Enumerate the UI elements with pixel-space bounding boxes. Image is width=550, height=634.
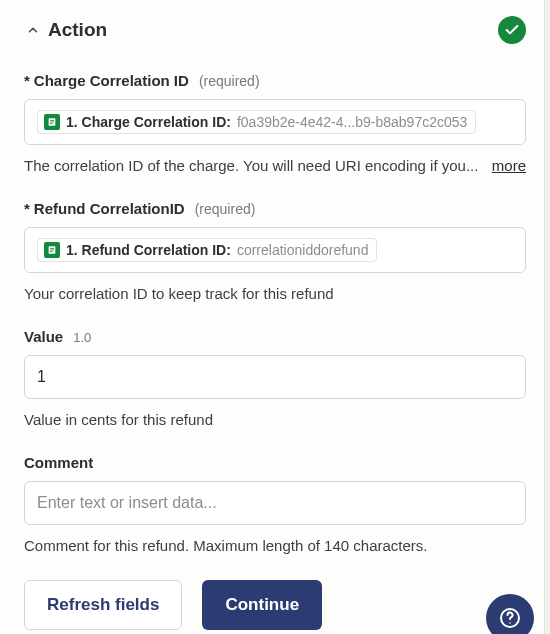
svg-rect-7 — [50, 251, 53, 252]
more-link[interactable]: more — [492, 157, 526, 174]
field-help: Value in cents for this refund — [24, 409, 526, 430]
scrollbar[interactable] — [544, 0, 550, 634]
sheet-icon — [44, 114, 60, 130]
field-label: Comment — [24, 454, 93, 471]
continue-button[interactable]: Continue — [202, 580, 322, 630]
required-indicator: (required) — [195, 201, 256, 217]
field-help: The correlation ID of the charge. You wi… — [24, 155, 480, 176]
field-label: *Charge Correlation ID — [24, 72, 189, 89]
refund-correlation-input[interactable]: 1. Refund Correlation ID: correlationidd… — [24, 227, 526, 273]
value-pill[interactable]: 1. Charge Correlation ID: f0a39b2e-4e42-… — [37, 110, 476, 134]
field-comment: Comment Comment for this refund. Maximum… — [24, 454, 526, 556]
pill-label: 1. Refund Correlation ID: — [66, 242, 231, 258]
charge-correlation-input[interactable]: 1. Charge Correlation ID: f0a39b2e-4e42-… — [24, 99, 526, 145]
pill-label: 1. Charge Correlation ID: — [66, 114, 231, 130]
pill-value: correlationiddorefund — [237, 242, 369, 258]
chevron-up-icon[interactable] — [24, 21, 42, 39]
field-refund-correlation: *Refund CorrelationID (required) 1. Refu… — [24, 200, 526, 304]
field-help: Your correlation ID to keep track for th… — [24, 283, 526, 304]
value-input-wrapper[interactable] — [24, 355, 526, 399]
value-input[interactable] — [37, 368, 513, 386]
field-label: Value — [24, 328, 63, 345]
svg-rect-2 — [50, 122, 54, 123]
refresh-fields-button[interactable]: Refresh fields — [24, 580, 182, 630]
field-value: Value 1.0 Value in cents for this refund — [24, 328, 526, 430]
pill-value: f0a39b2e-4e42-4...b9-b8ab97c2c053 — [237, 114, 467, 130]
section-header: Action — [24, 16, 526, 44]
svg-rect-5 — [50, 248, 54, 249]
field-help: Comment for this refund. Maximum length … — [24, 535, 526, 556]
svg-rect-6 — [50, 250, 54, 251]
comment-input[interactable] — [37, 494, 513, 512]
svg-rect-1 — [50, 120, 54, 121]
svg-rect-3 — [50, 123, 53, 124]
field-charge-correlation: *Charge Correlation ID (required) 1. Cha… — [24, 72, 526, 176]
required-indicator: (required) — [199, 73, 260, 89]
actions-row: Refresh fields Continue — [24, 580, 526, 630]
section-title: Action — [48, 19, 107, 41]
svg-point-9 — [509, 622, 511, 624]
comment-input-wrapper[interactable] — [24, 481, 526, 525]
field-version: 1.0 — [73, 330, 91, 345]
field-label: *Refund CorrelationID — [24, 200, 185, 217]
help-fab[interactable] — [486, 594, 534, 634]
value-pill[interactable]: 1. Refund Correlation ID: correlationidd… — [37, 238, 377, 262]
status-complete-icon — [498, 16, 526, 44]
sheet-icon — [44, 242, 60, 258]
